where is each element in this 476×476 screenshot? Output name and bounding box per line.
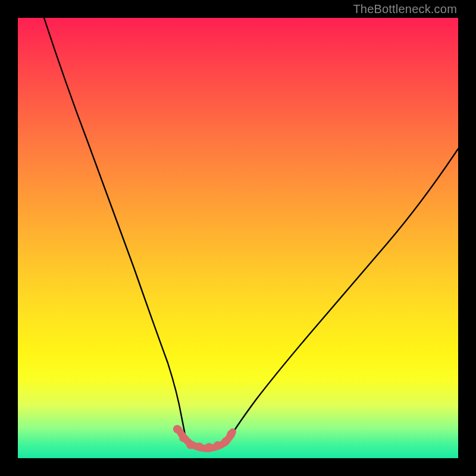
plot-area [18,18,458,458]
floor-dot [186,441,195,449]
floor-dot [195,443,203,451]
floor-dot [214,441,222,450]
chart-svg [18,18,458,458]
floor-dot [179,434,187,442]
floor-dot [173,425,181,433]
floor-dot [227,430,235,439]
curve-left-branch [44,18,186,438]
watermark-text: TheBottleneck.com [353,2,457,16]
stage: TheBottleneck.com [0,0,476,476]
floor-dot [221,437,230,446]
curve-right-branch [230,149,458,437]
floor-dot [205,443,213,452]
